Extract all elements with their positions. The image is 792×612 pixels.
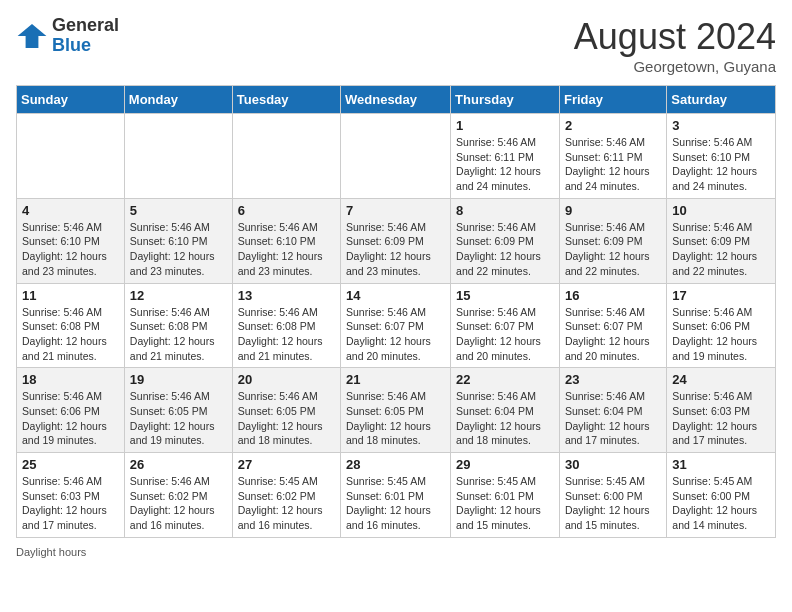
- calendar-cell: [232, 114, 340, 199]
- day-info: Sunrise: 5:46 AM Sunset: 6:11 PM Dayligh…: [456, 135, 554, 194]
- day-info: Sunrise: 5:46 AM Sunset: 6:09 PM Dayligh…: [456, 220, 554, 279]
- calendar-header-thursday: Thursday: [451, 86, 560, 114]
- calendar-cell: 11Sunrise: 5:46 AM Sunset: 6:08 PM Dayli…: [17, 283, 125, 368]
- day-info: Sunrise: 5:46 AM Sunset: 6:03 PM Dayligh…: [22, 474, 119, 533]
- footer: Daylight hours: [16, 546, 776, 558]
- calendar-cell: 8Sunrise: 5:46 AM Sunset: 6:09 PM Daylig…: [451, 198, 560, 283]
- calendar-week-4: 18Sunrise: 5:46 AM Sunset: 6:06 PM Dayli…: [17, 368, 776, 453]
- calendar-header-row: SundayMondayTuesdayWednesdayThursdayFrid…: [17, 86, 776, 114]
- day-info: Sunrise: 5:46 AM Sunset: 6:06 PM Dayligh…: [672, 305, 770, 364]
- day-info: Sunrise: 5:45 AM Sunset: 6:00 PM Dayligh…: [565, 474, 661, 533]
- day-info: Sunrise: 5:45 AM Sunset: 6:02 PM Dayligh…: [238, 474, 335, 533]
- calendar-cell: 29Sunrise: 5:45 AM Sunset: 6:01 PM Dayli…: [451, 453, 560, 538]
- day-info: Sunrise: 5:46 AM Sunset: 6:11 PM Dayligh…: [565, 135, 661, 194]
- logo-icon: [16, 20, 48, 52]
- day-number: 6: [238, 203, 335, 218]
- day-info: Sunrise: 5:46 AM Sunset: 6:05 PM Dayligh…: [238, 389, 335, 448]
- day-info: Sunrise: 5:46 AM Sunset: 6:02 PM Dayligh…: [130, 474, 227, 533]
- day-number: 18: [22, 372, 119, 387]
- month-year: August 2024: [574, 16, 776, 58]
- day-number: 10: [672, 203, 770, 218]
- calendar-cell: 2Sunrise: 5:46 AM Sunset: 6:11 PM Daylig…: [559, 114, 666, 199]
- calendar-cell: 21Sunrise: 5:46 AM Sunset: 6:05 PM Dayli…: [341, 368, 451, 453]
- calendar-cell: 14Sunrise: 5:46 AM Sunset: 6:07 PM Dayli…: [341, 283, 451, 368]
- day-info: Sunrise: 5:46 AM Sunset: 6:10 PM Dayligh…: [672, 135, 770, 194]
- day-number: 21: [346, 372, 445, 387]
- logo-blue: Blue: [52, 36, 119, 56]
- calendar-cell: 16Sunrise: 5:46 AM Sunset: 6:07 PM Dayli…: [559, 283, 666, 368]
- day-number: 17: [672, 288, 770, 303]
- daylight-label: Daylight hours: [16, 546, 86, 558]
- calendar-cell: 1Sunrise: 5:46 AM Sunset: 6:11 PM Daylig…: [451, 114, 560, 199]
- day-number: 27: [238, 457, 335, 472]
- calendar-week-5: 25Sunrise: 5:46 AM Sunset: 6:03 PM Dayli…: [17, 453, 776, 538]
- calendar-cell: 20Sunrise: 5:46 AM Sunset: 6:05 PM Dayli…: [232, 368, 340, 453]
- calendar-header-tuesday: Tuesday: [232, 86, 340, 114]
- day-number: 12: [130, 288, 227, 303]
- day-info: Sunrise: 5:46 AM Sunset: 6:05 PM Dayligh…: [130, 389, 227, 448]
- calendar-cell: 10Sunrise: 5:46 AM Sunset: 6:09 PM Dayli…: [667, 198, 776, 283]
- calendar-cell: 17Sunrise: 5:46 AM Sunset: 6:06 PM Dayli…: [667, 283, 776, 368]
- day-number: 2: [565, 118, 661, 133]
- day-number: 13: [238, 288, 335, 303]
- day-number: 20: [238, 372, 335, 387]
- calendar-cell: 28Sunrise: 5:45 AM Sunset: 6:01 PM Dayli…: [341, 453, 451, 538]
- day-number: 26: [130, 457, 227, 472]
- day-info: Sunrise: 5:46 AM Sunset: 6:06 PM Dayligh…: [22, 389, 119, 448]
- calendar-cell: [124, 114, 232, 199]
- day-info: Sunrise: 5:46 AM Sunset: 6:08 PM Dayligh…: [22, 305, 119, 364]
- day-info: Sunrise: 5:45 AM Sunset: 6:01 PM Dayligh…: [456, 474, 554, 533]
- calendar-cell: 24Sunrise: 5:46 AM Sunset: 6:03 PM Dayli…: [667, 368, 776, 453]
- calendar-cell: 12Sunrise: 5:46 AM Sunset: 6:08 PM Dayli…: [124, 283, 232, 368]
- day-number: 5: [130, 203, 227, 218]
- day-number: 30: [565, 457, 661, 472]
- calendar-cell: 22Sunrise: 5:46 AM Sunset: 6:04 PM Dayli…: [451, 368, 560, 453]
- day-number: 4: [22, 203, 119, 218]
- calendar-week-3: 11Sunrise: 5:46 AM Sunset: 6:08 PM Dayli…: [17, 283, 776, 368]
- location: Georgetown, Guyana: [574, 58, 776, 75]
- calendar-cell: 4Sunrise: 5:46 AM Sunset: 6:10 PM Daylig…: [17, 198, 125, 283]
- day-info: Sunrise: 5:46 AM Sunset: 6:10 PM Dayligh…: [130, 220, 227, 279]
- calendar-week-2: 4Sunrise: 5:46 AM Sunset: 6:10 PM Daylig…: [17, 198, 776, 283]
- day-info: Sunrise: 5:46 AM Sunset: 6:03 PM Dayligh…: [672, 389, 770, 448]
- calendar-header-monday: Monday: [124, 86, 232, 114]
- day-info: Sunrise: 5:46 AM Sunset: 6:05 PM Dayligh…: [346, 389, 445, 448]
- day-info: Sunrise: 5:46 AM Sunset: 6:07 PM Dayligh…: [565, 305, 661, 364]
- calendar-header-wednesday: Wednesday: [341, 86, 451, 114]
- day-number: 3: [672, 118, 770, 133]
- day-number: 19: [130, 372, 227, 387]
- calendar-cell: 6Sunrise: 5:46 AM Sunset: 6:10 PM Daylig…: [232, 198, 340, 283]
- calendar-header-friday: Friday: [559, 86, 666, 114]
- day-number: 24: [672, 372, 770, 387]
- day-number: 7: [346, 203, 445, 218]
- calendar-cell: 31Sunrise: 5:45 AM Sunset: 6:00 PM Dayli…: [667, 453, 776, 538]
- day-number: 22: [456, 372, 554, 387]
- day-info: Sunrise: 5:46 AM Sunset: 6:08 PM Dayligh…: [238, 305, 335, 364]
- calendar-week-1: 1Sunrise: 5:46 AM Sunset: 6:11 PM Daylig…: [17, 114, 776, 199]
- calendar-cell: 18Sunrise: 5:46 AM Sunset: 6:06 PM Dayli…: [17, 368, 125, 453]
- day-info: Sunrise: 5:45 AM Sunset: 6:01 PM Dayligh…: [346, 474, 445, 533]
- calendar-cell: 19Sunrise: 5:46 AM Sunset: 6:05 PM Dayli…: [124, 368, 232, 453]
- day-number: 11: [22, 288, 119, 303]
- calendar-cell: 7Sunrise: 5:46 AM Sunset: 6:09 PM Daylig…: [341, 198, 451, 283]
- calendar-cell: 23Sunrise: 5:46 AM Sunset: 6:04 PM Dayli…: [559, 368, 666, 453]
- day-info: Sunrise: 5:45 AM Sunset: 6:00 PM Dayligh…: [672, 474, 770, 533]
- day-number: 15: [456, 288, 554, 303]
- calendar-header-saturday: Saturday: [667, 86, 776, 114]
- calendar-cell: [341, 114, 451, 199]
- day-info: Sunrise: 5:46 AM Sunset: 6:10 PM Dayligh…: [238, 220, 335, 279]
- day-info: Sunrise: 5:46 AM Sunset: 6:07 PM Dayligh…: [346, 305, 445, 364]
- calendar-table: SundayMondayTuesdayWednesdayThursdayFrid…: [16, 85, 776, 538]
- day-info: Sunrise: 5:46 AM Sunset: 6:09 PM Dayligh…: [672, 220, 770, 279]
- calendar-header-sunday: Sunday: [17, 86, 125, 114]
- day-info: Sunrise: 5:46 AM Sunset: 6:09 PM Dayligh…: [565, 220, 661, 279]
- logo-general: General: [52, 16, 119, 36]
- day-number: 8: [456, 203, 554, 218]
- day-number: 23: [565, 372, 661, 387]
- calendar-cell: 27Sunrise: 5:45 AM Sunset: 6:02 PM Dayli…: [232, 453, 340, 538]
- day-info: Sunrise: 5:46 AM Sunset: 6:04 PM Dayligh…: [565, 389, 661, 448]
- calendar-cell: 9Sunrise: 5:46 AM Sunset: 6:09 PM Daylig…: [559, 198, 666, 283]
- day-number: 25: [22, 457, 119, 472]
- day-number: 1: [456, 118, 554, 133]
- day-info: Sunrise: 5:46 AM Sunset: 6:07 PM Dayligh…: [456, 305, 554, 364]
